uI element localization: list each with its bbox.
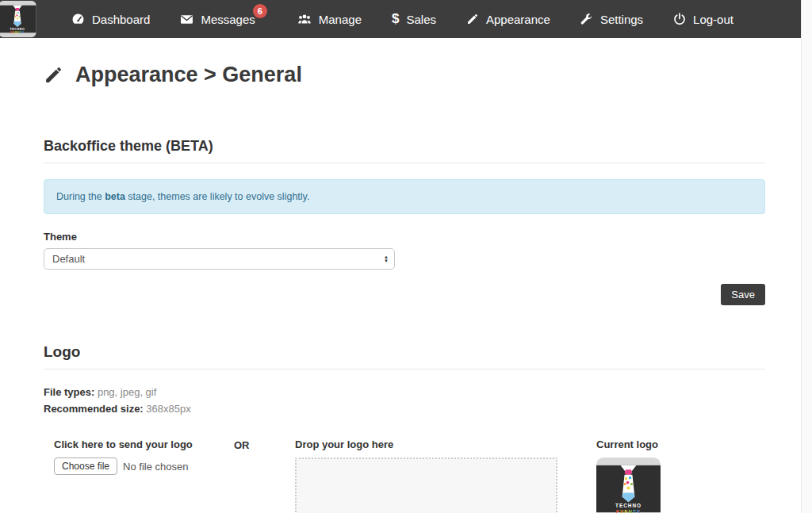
top-navbar: TECHNO EVENTS Dashboard Messages (0, 0, 801, 38)
send-logo-label: Click here to send your logo (54, 438, 234, 450)
nav-item-settings[interactable]: Settings (565, 0, 658, 38)
logo-text-techno: TECHNO (615, 503, 642, 508)
alert-text-bold: beta (105, 191, 125, 202)
page-title-text: Appearance > General (75, 63, 302, 87)
nav-item-messages[interactable]: Messages 6 (165, 0, 282, 38)
current-logo-image: TECHNO EVENTS (596, 457, 661, 513)
nav-label: Log-out (693, 13, 733, 26)
power-icon (673, 13, 686, 25)
dashboard-icon (71, 13, 85, 26)
logo-section-heading: Logo (44, 343, 765, 361)
theme-select[interactable]: Default (44, 248, 395, 270)
beta-info-alert: During the beta stage, themes are likely… (44, 179, 765, 214)
alert-text-prefix: During the (56, 191, 105, 202)
alert-text-suffix: stage, themes are likely to evolve sligh… (125, 191, 310, 202)
main-content: Appearance > General Backoffice theme (B… (44, 63, 765, 513)
logo-text-techno: TECHNO (10, 28, 25, 31)
save-row: Save (44, 284, 765, 305)
recommended-size-value: 368x85px (144, 403, 191, 415)
techno-events-logo-icon: TECHNO EVENTS (0, 1, 37, 37)
page-title: Appearance > General (44, 63, 765, 87)
section-divider (44, 163, 765, 163)
nav-item-logout[interactable]: Log-out (658, 0, 749, 38)
scrollbar-track[interactable] (801, 0, 812, 513)
nav-label: Sales (406, 13, 436, 26)
messages-count-badge: 6 (253, 4, 267, 18)
file-input-row: Choose file No file chosen (54, 457, 234, 475)
nav-label: Messages (201, 13, 255, 26)
theme-section-heading: Backoffice theme (BETA) (44, 138, 765, 155)
theme-field-label: Theme (44, 231, 765, 243)
recommended-size-label: Recommended size: (44, 403, 144, 415)
nav-item-dashboard[interactable]: Dashboard (56, 0, 165, 38)
pencil-icon (44, 65, 63, 85)
wrench-icon (580, 13, 593, 25)
theme-select-wrap: Default ▲ ▼ (44, 248, 395, 270)
nav-item-manage[interactable]: Manage (282, 0, 377, 38)
users-icon (297, 13, 312, 26)
nav-item-appearance[interactable]: Appearance (451, 0, 565, 38)
file-types-label: File types: (44, 386, 94, 398)
nav-menu: Dashboard Messages 6 (56, 0, 749, 38)
brand-logo[interactable]: TECHNO EVENTS (0, 1, 37, 37)
drop-column: Drop your logo here (295, 438, 557, 513)
or-label: OR (234, 438, 295, 451)
recommended-size-line: Recommended size: 368x85px (44, 402, 765, 416)
nav-label: Dashboard (92, 13, 150, 26)
logo-upload-row: Click here to send your logo Choose file… (44, 438, 765, 513)
upload-column: Click here to send your logo Choose file… (54, 438, 234, 475)
logo-text-events: EVENTS (616, 509, 642, 513)
save-button[interactable]: Save (721, 284, 765, 305)
nav-label: Appearance (486, 13, 550, 26)
dollar-icon: $ (392, 11, 399, 27)
logo-dropzone[interactable] (295, 457, 557, 513)
file-chosen-status: No file chosen (123, 461, 188, 473)
nav-label: Manage (319, 13, 362, 26)
section-divider (44, 369, 765, 369)
drop-logo-label: Drop your logo here (295, 438, 557, 450)
envelope-icon (180, 13, 193, 26)
logo-text-events: EVENTS (10, 31, 25, 34)
file-types-line: File types: png, jpeg, gif (44, 385, 765, 400)
nav-item-sales[interactable]: $ Sales (377, 0, 451, 38)
current-logo-label: Current logo (596, 438, 661, 450)
logo-requirements: File types: png, jpeg, gif Recommended s… (44, 385, 765, 415)
pencil-icon (466, 13, 479, 25)
nav-label: Settings (600, 13, 643, 26)
choose-file-button[interactable]: Choose file (54, 457, 117, 475)
file-types-value: png, jpeg, gif (94, 386, 156, 398)
current-logo-column: Current logo TECHNO EVENTS (596, 438, 661, 513)
